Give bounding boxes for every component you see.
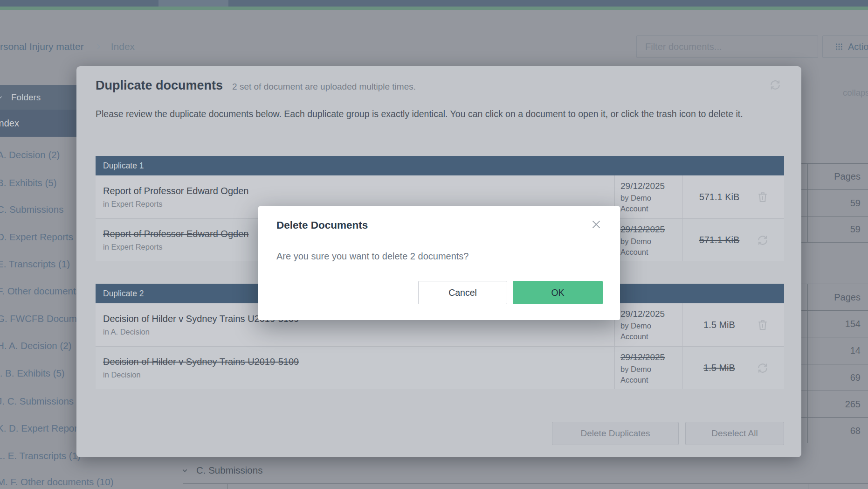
document-row-deleted: Decision of Hilder v Sydney Trains U2019… [96,346,784,389]
sidebar-item-i-b-exhibits[interactable]: I. B. Exhibits (5) [0,360,65,387]
sidebar-item-k-d-expert-reports[interactable]: K. D. Expert Reports [0,415,85,442]
actions-button[interactable]: Actions [822,35,868,58]
document-date: 29/12/2025 [620,309,682,319]
sidebar-item-b-exhibits[interactable]: B. Exhibits (5) [0,169,57,196]
navbar-active-tab[interactable] [158,0,228,7]
refresh-icon[interactable] [769,78,782,91]
restore-icon[interactable] [756,234,769,247]
sidebar-item-m-f-other-documents[interactable]: M. F. Other documents (10) [0,468,114,489]
document-size: 1.5 MiB [682,320,756,330]
modal-title: Duplicate documents [96,78,223,93]
breadcrumb-matter-link[interactable]: rsonal Injury matter [0,41,84,52]
breadcrumb-current: Index [111,41,135,52]
document-date-cell: 29/12/2025 by Demo Account [614,175,682,218]
document-size: 571.1 KiB [682,235,756,245]
filter-documents-input[interactable] [636,35,818,58]
document-title: Report of Professor Edward Ogden [103,186,614,196]
dialog-message: Are you sure you want to delete 2 docume… [276,251,468,262]
sidebar-item-d-expert-reports[interactable]: D. Expert Reports [0,224,73,251]
document-size: 1.5 MiB [682,363,756,373]
document-title: Decision of Hilder v Sydney Trains U2019… [103,356,614,367]
document-author: by Demo Account [620,193,672,214]
app-root: rsonal Injury matter Index Actions colla… [0,0,868,489]
dialog-title: Delete Documents [276,219,368,231]
document-author: by Demo Account [620,364,672,385]
document-date-cell: 29/12/2025 by Demo Account [614,219,682,261]
delete-duplicates-button[interactable]: Delete Duplicates [552,422,679,445]
modal-description: Please review the duplicate documents be… [96,106,789,121]
navbar-accent-strip [0,7,868,10]
sidebar-item-c-submissions[interactable]: C. Submissions [0,196,63,223]
breadcrumb: rsonal Injury matter Index [0,38,135,55]
close-icon[interactable] [590,218,602,231]
chevron-right-icon [94,42,103,51]
sidebar-folders-label: Folders [11,92,41,103]
document-size: 571.1 KiB [682,192,756,203]
sidebar-item-h-a-decision[interactable]: H. A. Decision (2) [0,332,72,359]
actions-button-label: Actions [848,42,868,52]
chevron-down-icon [181,467,189,475]
document-date: 29/12/2025 [620,352,682,363]
table-gridline [227,484,227,489]
ok-button[interactable]: OK [513,281,603,304]
sidebar-item-j-c-submissions[interactable]: J. C. Submissions [0,388,74,415]
document-link[interactable]: Decision of Hilder v Sydney Trains U2019… [96,347,614,389]
document-date: 29/12/2025 [620,181,682,191]
document-location: in Decision [103,370,614,379]
document-author: by Demo Account [620,321,672,342]
sidebar-item-l-e-transcripts[interactable]: L. E. Transcripts (1) [0,442,81,469]
delete-documents-dialog: Delete Documents Are you sure you want t… [258,206,620,320]
document-size-cell: 571.1 KiB [682,219,784,261]
table-gridline [807,284,808,443]
chevron-down-icon [0,93,4,102]
collapse-all-link[interactable]: collapse all [843,88,868,98]
duplicate-group-header: Duplicate 1 [96,156,784,175]
deselect-all-button[interactable]: Deselect All [685,422,784,445]
restore-icon[interactable] [756,362,769,375]
document-date-cell: 29/12/2025 by Demo Account [614,303,682,346]
cancel-button[interactable]: Cancel [418,281,507,304]
table-gridline [803,284,803,443]
document-location: in A. Decision [103,328,614,336]
section-header-c-submissions[interactable]: C. Submissions [181,465,262,476]
table-gridline [807,163,808,242]
modal-subtitle: 2 set of document are uploaded multiple … [232,82,416,92]
document-date: 29/12/2025 [620,224,682,235]
trash-icon[interactable] [756,318,769,331]
document-date-cell: 29/12/2025 by Demo Account [614,347,682,389]
table-gridline [808,484,808,489]
grid-icon [835,42,843,51]
background-table-partial [183,483,868,489]
sidebar-item-e-transcripts[interactable]: E. Transcripts (1) [0,251,70,278]
sidebar-item-f-other-documents[interactable]: F. Other documents [0,278,81,305]
top-navbar [0,0,868,7]
trash-icon[interactable] [756,190,769,203]
table-gridline [803,163,803,242]
document-size-cell: 571.1 KiB [682,175,784,218]
document-author: by Demo Account [620,236,672,258]
document-size-cell: 1.5 MiB [682,303,784,346]
sidebar-item-a-decision[interactable]: A. Decision (2) [0,141,60,168]
document-size-cell: 1.5 MiB [682,347,784,389]
section-header-label: C. Submissions [196,465,262,476]
